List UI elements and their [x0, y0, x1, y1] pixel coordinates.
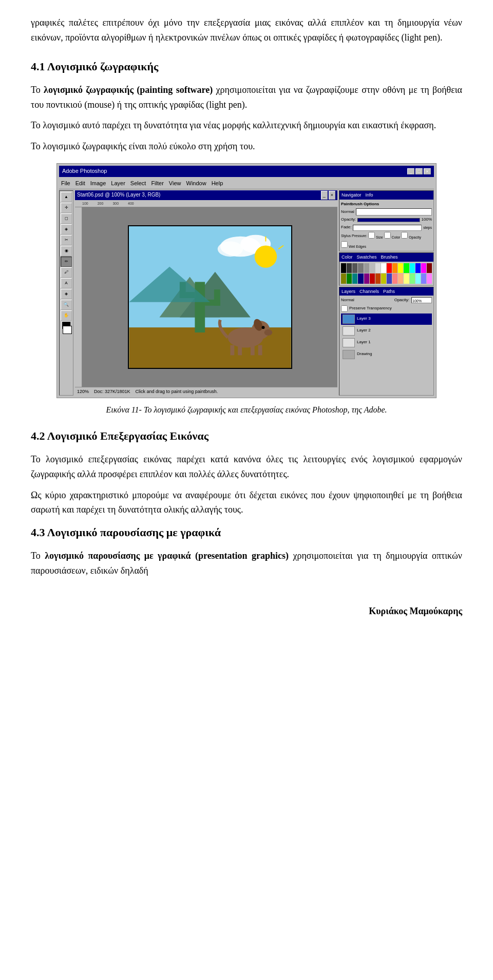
ps-wet-edges-checkbox[interactable] [341, 241, 348, 248]
ps-title-label: Adobe Photoshop [62, 167, 107, 176]
ps-tool-crop[interactable]: ✂ [61, 235, 72, 245]
ps-tool-pencil[interactable]: 🖊 [61, 267, 72, 278]
ps-swatch-olive[interactable] [341, 273, 346, 284]
ps-swatch-peach[interactable] [398, 273, 403, 284]
ps-swatch-green[interactable] [347, 273, 352, 284]
ps-minimize-button[interactable]: _ [407, 168, 414, 174]
ps-swatch-white[interactable] [381, 263, 386, 273]
ps-swatch-darkyellow[interactable] [381, 273, 386, 284]
ps-layer-2-item[interactable]: Layer 2 [341, 325, 432, 337]
ps-blend-mode-select[interactable] [356, 208, 432, 215]
ps-navigator-tab[interactable]: Navigator [342, 191, 362, 199]
section-4-3-heading: 4.3 Λογισμικό παρουσίασης με γραφικά [31, 523, 462, 541]
ps-layers-tab[interactable]: Layers [342, 288, 355, 295]
ps-channels-tab[interactable]: Channels [359, 288, 379, 295]
ps-tool-text[interactable]: A [61, 278, 72, 288]
ps-opacity-checkbox[interactable] [401, 232, 408, 239]
ps-canvas-minimize[interactable]: _ [321, 191, 328, 199]
ps-swatch-maroon[interactable] [427, 263, 432, 273]
ps-ruler-top: 100 200 300 400 [75, 200, 337, 207]
ps-ruler-marks-top: 100 200 300 400 [75, 200, 337, 207]
ps-color-tab[interactable]: Color [342, 253, 353, 261]
ps-size-checkbox[interactable] [368, 232, 375, 239]
ps-tool-move[interactable]: ✛ [61, 203, 72, 213]
ps-tool-brush[interactable]: ✏ [61, 257, 72, 267]
ps-tool-marquee[interactable]: ◻ [61, 213, 72, 224]
ps-swatch-salmon[interactable] [392, 273, 397, 284]
ps-tool-stamp[interactable]: ◈ [61, 289, 72, 299]
ps-tool-magic-wand[interactable]: ◉ [61, 246, 72, 256]
ps-swatch-ltyellow[interactable] [404, 273, 409, 284]
ps-tool-select[interactable]: ▲ [61, 192, 72, 202]
ps-titlebar-buttons: _ □ × [407, 168, 431, 174]
ps-menu-window[interactable]: Window [186, 179, 206, 188]
ps-menu-select[interactable]: Select [130, 179, 146, 188]
ps-swatch-ltgreen[interactable] [410, 273, 415, 284]
svg-point-22 [264, 329, 272, 336]
ps-swatch-orange[interactable] [392, 263, 397, 273]
ps-opacity-fill [358, 219, 419, 222]
ps-layer-1-label: Layer 1 [357, 339, 371, 346]
ps-layer-3-item[interactable]: Layer 3 [341, 313, 432, 325]
ps-swatch-brown[interactable] [375, 273, 381, 284]
ps-tool-background-color[interactable] [63, 326, 72, 334]
ps-swatch-blue[interactable] [415, 263, 421, 273]
ps-swatch-black[interactable] [341, 263, 346, 273]
ps-layer-drawing-item[interactable]: Drawing [341, 349, 432, 360]
svg-rect-10 [195, 282, 205, 332]
ps-menu-file[interactable]: File [61, 179, 70, 188]
ps-swatch-silver[interactable] [370, 263, 375, 273]
ps-layer-2-label: Layer 2 [357, 327, 371, 334]
ps-close-button[interactable]: × [424, 168, 431, 174]
ps-layer-3-thumb [343, 315, 355, 324]
section-4-1-para3: Το λογισμικό ζωγραφικής είναι πολύ εύκολ… [31, 139, 462, 154]
ps-color-header: Color Swatches Brushes [339, 253, 433, 261]
ps-swatch-ltcyan[interactable] [415, 273, 421, 284]
ps-canvas-close[interactable]: × [329, 191, 335, 199]
ps-fade-input[interactable] [353, 225, 422, 231]
ps-tool-zoom[interactable]: 🔍 [61, 300, 72, 310]
ps-swatch-medgray[interactable] [358, 263, 363, 273]
ps-swatch-lime[interactable] [404, 263, 409, 273]
ps-menu-view[interactable]: View [169, 179, 181, 188]
ps-preserve-row: Preserve Transparency [341, 305, 432, 312]
ps-swatch-ltgray[interactable] [364, 263, 369, 273]
ps-stylus-row: Stylus Pressure: Size Color Opacity [341, 232, 432, 240]
ps-menu-filter[interactable]: Filter [151, 179, 163, 188]
ps-menu-help[interactable]: Help [212, 179, 223, 188]
ps-canvas[interactable] [82, 207, 337, 387]
ps-swatch-gainsboro[interactable] [375, 263, 381, 273]
ps-layer-1-item[interactable]: Layer 1 [341, 337, 432, 348]
ps-menu-layer[interactable]: Layer [111, 179, 125, 188]
ps-layers-opacity-input[interactable]: 100% [411, 297, 432, 303]
ps-swatches-tab[interactable]: Swatches [357, 253, 377, 261]
ps-maximize-button[interactable]: □ [415, 168, 423, 174]
ps-swatch-yellow[interactable] [398, 263, 403, 273]
ps-swatch-pink[interactable] [427, 273, 432, 284]
section-4-2-heading: 4.2 Λογισμικό Επεξεργασίας Εικόνας [31, 427, 462, 445]
ps-tool-hand[interactable]: ✋ [61, 310, 72, 321]
ps-info-tab[interactable]: Info [366, 191, 373, 199]
ps-swatch-teal[interactable] [352, 273, 357, 284]
ps-swatch-cyan[interactable] [410, 263, 415, 273]
ps-swatch-gray[interactable] [352, 263, 357, 273]
section-4-3: 4.3 Λογισμικό παρουσίασης με γραφικά Το … [31, 523, 462, 578]
ps-swatch-medblue[interactable] [387, 273, 392, 284]
ps-swatch-magenta[interactable] [421, 263, 426, 273]
ps-opacity-slider[interactable] [357, 218, 420, 222]
ps-canvas-wrapper [75, 207, 337, 387]
ps-menu-edit[interactable]: Edit [75, 179, 85, 188]
ps-swatch-red[interactable] [387, 263, 392, 273]
ps-swatch-ltblue[interactable] [421, 273, 426, 284]
ps-preserve-checkbox[interactable] [341, 305, 348, 312]
ps-swatch-purple[interactable] [364, 273, 369, 284]
ps-paths-tab[interactable]: Paths [383, 288, 395, 295]
ps-menu-image[interactable]: Image [90, 179, 106, 188]
ps-swatch-darkgray[interactable] [347, 263, 352, 273]
ps-titlebar: Adobe Photoshop _ □ × [59, 166, 434, 177]
ps-tool-lasso[interactable]: ◈ [61, 224, 72, 234]
ps-swatch-navy[interactable] [358, 273, 363, 284]
ps-brushes-tab[interactable]: Brushes [381, 253, 398, 261]
ps-color-checkbox[interactable] [384, 232, 391, 239]
ps-swatch-darkred[interactable] [370, 273, 375, 284]
